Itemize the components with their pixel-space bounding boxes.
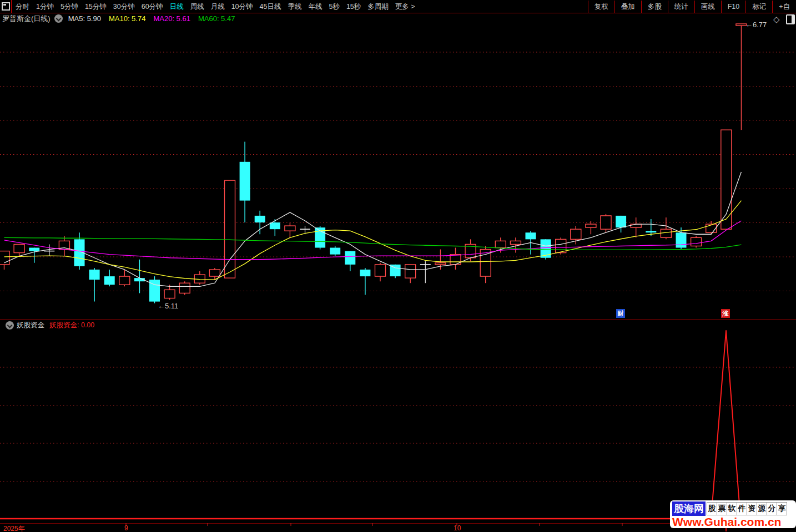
panel-layout-icon[interactable] [786,14,795,24]
watermark-char: 件 [737,502,747,515]
axis-label-0: 2025年 [3,524,25,532]
period-menubar: 分时1分钟5分钟15分钟30分钟60分钟日线周线月线10分钟45日线季线年线5秒… [0,0,796,13]
menu-item-8[interactable]: 月线 [208,1,228,13]
watermark-site-badge: 股海网 [672,501,706,516]
indicator-value: 妖股资金: 0.00 [49,321,94,330]
ma-value-1: MA10: 5.74 [109,14,146,23]
indicator-name: 妖股资金 [17,321,44,330]
watermark: 股海网 股票软件资源分享 Www.Guhai.com.cn [670,500,796,528]
chart-title-row: 罗普斯金(日线) MA5: 5.90MA10: 5.74MA20: 5.61MA… [0,13,243,24]
tool-button-6[interactable]: 标记 [745,1,772,13]
menu-item-2[interactable]: 5分钟 [57,1,82,13]
tool-button-2[interactable]: 多股 [641,1,668,13]
chevron-down-icon[interactable] [54,14,63,23]
chevron-down-icon[interactable] [6,321,14,330]
menu-item-12[interactable]: 年线 [305,1,325,13]
ma-value-0: MA5: 5.90 [68,14,101,23]
tools-menu: 复权叠加多股统计画线F10标记+自 [588,0,796,13]
watermark-char: 资 [747,502,757,515]
watermark-char: 票 [717,502,727,515]
low-price-label: ←5.11 [158,302,178,310]
menu-item-0[interactable]: 分时 [12,1,33,13]
menu-item-6[interactable]: 日线 [167,1,187,13]
tool-button-3[interactable]: 统计 [668,1,694,13]
menu-item-4[interactable]: 30分钟 [110,1,138,13]
watermark-char: 软 [727,502,737,515]
menu-item-10[interactable]: 45日线 [256,1,285,13]
tool-button-5[interactable]: F10 [721,1,746,13]
menu-item-1[interactable]: 1分钟 [33,1,57,13]
high-price-label: ←6.77 [745,21,767,29]
watermark-url: Www.Guhai.com.cn [672,515,796,528]
axis-label-1: 9 [124,524,128,532]
menu-item-3[interactable]: 15分钟 [82,1,110,13]
stock-title: 罗普斯金(日线) [2,14,51,24]
menu-item-16[interactable]: 更多 > [392,1,419,13]
watermark-tagline: 股票软件资源分享 [707,502,787,515]
tool-button-0[interactable]: 复权 [588,1,614,13]
menu-item-9[interactable]: 10分钟 [228,1,256,13]
tool-button-7[interactable]: +自 [772,1,796,13]
event-marker-1[interactable]: 涨 [721,309,730,318]
axis-label-2: 10 [454,524,461,532]
menu-item-5[interactable]: 60分钟 [138,1,167,13]
ma-legend: MA5: 5.90MA10: 5.74MA20: 5.61MA60: 5.47 [68,14,243,23]
watermark-char: 分 [767,502,777,515]
menu-item-13[interactable]: 5秒 [325,1,342,13]
menu-item-11[interactable]: 季线 [284,1,305,13]
diamond-icon[interactable]: ◇ [773,14,780,24]
window-restore-icon[interactable] [2,2,10,11]
watermark-row: 股海网 股票软件资源分享 [672,501,796,515]
sub-chart-header: 妖股资金 妖股资金: 0.00 [2,321,94,330]
watermark-char: 股 [707,502,717,515]
ma-value-2: MA20: 5.61 [153,14,190,23]
menu-item-15[interactable]: 多周期 [364,1,392,13]
watermark-char: 享 [777,502,787,515]
menubar-divider [11,0,12,13]
tool-button-4[interactable]: 画线 [694,1,721,13]
event-marker-0[interactable]: 财 [616,309,625,318]
watermark-char: 源 [757,502,767,515]
main-chart-canvas[interactable] [0,0,796,532]
menu-item-7[interactable]: 周线 [187,1,208,13]
menu-item-14[interactable]: 15秒 [343,1,364,13]
app-window: 分时1分钟5分钟15分钟30分钟60分钟日线周线月线10分钟45日线季线年线5秒… [0,0,796,532]
tool-button-1[interactable]: 叠加 [614,1,641,13]
ma-value-3: MA60: 5.47 [198,14,235,23]
period-menu: 分时1分钟5分钟15分钟30分钟60分钟日线周线月线10分钟45日线季线年线5秒… [12,0,419,13]
